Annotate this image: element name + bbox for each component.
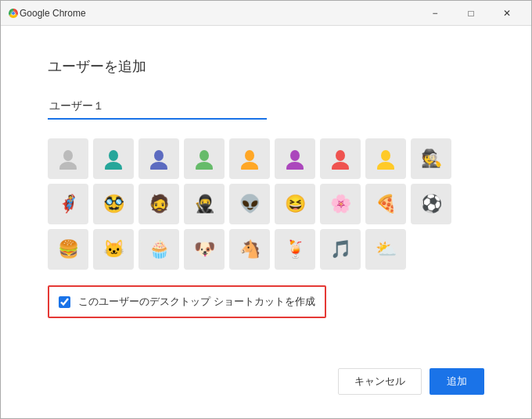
avatar-disguise[interactable]: 🥸 [93,184,134,224]
cancel-button[interactable]: キャンセル [338,368,422,395]
svg-point-16 [332,162,349,170]
avatar-dog[interactable]: 🐶 [184,229,225,270]
dialog-title: ユーザーを追加 [48,57,484,76]
svg-point-10 [196,162,213,170]
avatar-red[interactable] [320,138,361,179]
avatar-laugh[interactable]: 😆 [275,184,315,224]
avatar-horse[interactable]: 🐴 [229,229,270,270]
svg-point-2 [12,12,15,15]
avatar-alien[interactable]: 👽 [229,184,270,224]
avatar-grid: 🕵️ 🦸 🥸 🧔 🥷 👽 😆 🌸 🍕 ⚽ 🍔 🐱 🧁 🐶 🐴 🍹 [48,138,484,270]
svg-point-5 [109,150,118,161]
svg-point-15 [336,150,345,161]
svg-point-14 [286,162,304,170]
avatar-blank[interactable] [48,138,88,179]
window-title: Google Chrome [20,8,417,19]
svg-point-7 [154,150,164,161]
desktop-shortcut-label: このユーザーのデスクトップ ショートカットを作成 [78,295,315,309]
avatar-blue[interactable] [138,138,179,179]
dialog-content: ユーザーを追加 [1,26,531,418]
avatar-row-1: 🕵️ [48,138,484,179]
avatar-music[interactable]: 🎵 [320,229,361,270]
avatar-cupcake[interactable]: 🧁 [138,229,179,270]
svg-point-9 [200,150,209,161]
avatar-row-2: 🦸 🥸 🧔 🥷 👽 😆 🌸 🍕 ⚽ [48,184,484,224]
avatar-hero[interactable]: 🦸 [48,184,88,224]
user-name-input[interactable] [48,95,267,120]
avatar-pizza[interactable]: 🍕 [365,184,406,224]
svg-point-17 [381,150,390,161]
button-row: キャンセル 追加 [48,360,484,395]
main-window: Google Chrome − □ ✕ ユーザーを追加 [0,0,532,419]
avatar-cloud[interactable]: ⛅ [365,229,406,270]
avatar-teal[interactable] [93,138,134,179]
avatar-row-3: 🍔 🐱 🧁 🐶 🐴 🍹 🎵 ⛅ [48,229,484,270]
avatar-burger[interactable]: 🍔 [48,229,88,270]
svg-point-6 [105,162,122,170]
avatar-flower[interactable]: 🌸 [320,184,361,224]
svg-point-12 [241,162,258,170]
desktop-shortcut-checkbox[interactable] [59,296,70,308]
svg-point-11 [245,150,254,161]
maximize-button[interactable]: □ [453,1,489,26]
titlebar: Google Chrome − □ ✕ [1,1,531,26]
svg-point-3 [63,150,73,161]
avatar-cocktail[interactable]: 🍹 [275,229,315,270]
svg-point-4 [59,162,77,170]
avatar-soccer[interactable]: ⚽ [411,184,451,224]
desktop-shortcut-row: このユーザーのデスクトップ ショートカットを作成 [48,285,326,318]
svg-point-8 [150,162,167,170]
avatar-spy[interactable]: 🕵️ [411,138,451,179]
add-button[interactable]: 追加 [430,368,484,395]
avatar-green[interactable] [184,138,225,179]
avatar-ninja[interactable]: 🥷 [184,184,225,224]
close-button[interactable]: ✕ [489,1,525,26]
svg-point-13 [290,150,300,161]
avatar-beard[interactable]: 🧔 [138,184,179,224]
avatar-cat[interactable]: 🐱 [93,229,134,270]
avatar-yellow[interactable] [365,138,406,179]
svg-point-18 [377,162,394,170]
avatar-purple[interactable] [275,138,315,179]
titlebar-controls: − □ ✕ [417,1,525,26]
chrome-logo-icon [7,7,20,20]
minimize-button[interactable]: − [417,1,453,26]
avatar-orange[interactable] [229,138,270,179]
